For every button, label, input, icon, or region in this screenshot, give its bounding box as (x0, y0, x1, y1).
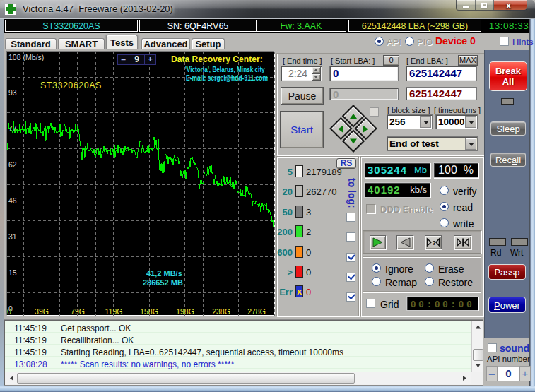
svg-text:?: ? (432, 239, 436, 247)
